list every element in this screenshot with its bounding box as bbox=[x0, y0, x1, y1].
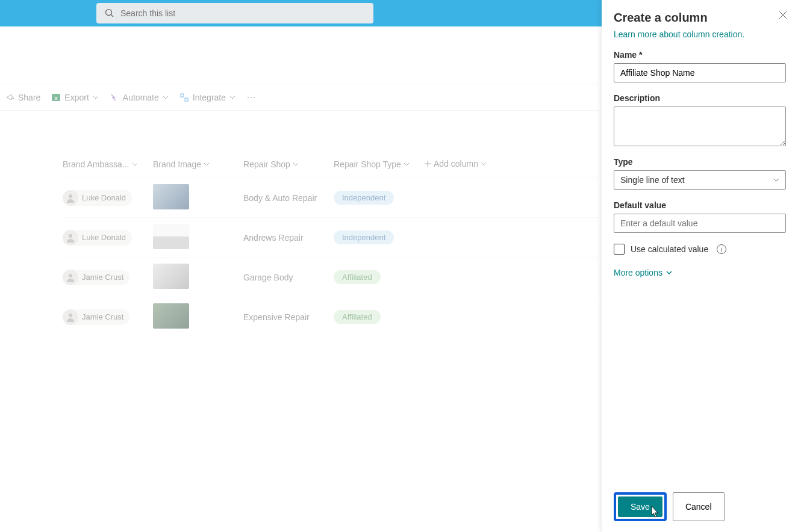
svg-point-10 bbox=[69, 234, 72, 238]
person-chip[interactable]: Luke Donald bbox=[63, 230, 132, 246]
export-button[interactable]: x Export bbox=[51, 93, 98, 102]
search-input[interactable] bbox=[120, 8, 365, 18]
col-header-image[interactable]: Brand Image bbox=[153, 159, 210, 169]
calculated-value-label: Use calculated value bbox=[631, 244, 708, 254]
repair-shop-cell: Body & Auto Repair bbox=[243, 178, 334, 218]
more-options-toggle[interactable]: More options bbox=[614, 268, 786, 277]
cancel-button[interactable]: Cancel bbox=[673, 492, 725, 521]
search-icon bbox=[105, 8, 114, 18]
automate-icon bbox=[110, 93, 119, 102]
svg-line-1 bbox=[111, 15, 114, 17]
add-column-button[interactable]: Add column bbox=[424, 159, 487, 169]
integrate-icon bbox=[179, 93, 189, 102]
description-input[interactable] bbox=[614, 107, 786, 146]
svg-point-12 bbox=[69, 314, 72, 317]
person-name: Luke Donald bbox=[82, 233, 126, 242]
col-header-shoptype[interactable]: Repair Shop Type bbox=[334, 159, 410, 169]
chevron-down-icon bbox=[773, 177, 779, 183]
share-label: Share bbox=[18, 93, 40, 102]
excel-icon: x bbox=[51, 93, 61, 102]
avatar-icon bbox=[63, 309, 78, 325]
table-row[interactable]: Jamie CrustExpensive RepairAffiliated bbox=[63, 297, 599, 337]
person-name: Jamie Crust bbox=[82, 273, 123, 282]
person-chip[interactable]: Luke Donald bbox=[63, 190, 132, 206]
description-label: Description bbox=[614, 93, 786, 103]
avatar-icon bbox=[63, 270, 78, 285]
info-icon[interactable]: i bbox=[717, 244, 726, 254]
svg-rect-4 bbox=[181, 94, 184, 97]
col-header-shop[interactable]: Repair Shop bbox=[243, 159, 299, 169]
table-row[interactable]: Luke DonaldAndrews RepairIndependent bbox=[63, 218, 599, 258]
col-header-ambassador[interactable]: Brand Ambassa... bbox=[63, 159, 138, 169]
person-chip[interactable]: Jamie Crust bbox=[63, 270, 129, 285]
table-row[interactable]: Jamie CrustGarage BodyAffiliated bbox=[63, 258, 599, 297]
main-content: Share x Export Automate Integrate Brand … bbox=[0, 26, 599, 532]
plus-icon bbox=[424, 160, 431, 167]
more-options-label: More options bbox=[614, 268, 662, 277]
col-header-label: Brand Image bbox=[153, 159, 201, 169]
integrate-button[interactable]: Integrate bbox=[179, 93, 235, 102]
svg-point-0 bbox=[106, 10, 112, 16]
ellipsis-icon bbox=[246, 93, 256, 102]
checkbox-box bbox=[614, 244, 625, 255]
brand-image-thumb[interactable] bbox=[153, 224, 189, 249]
automate-label: Automate bbox=[123, 93, 159, 102]
shop-type-pill: Independent bbox=[334, 191, 394, 205]
search-box[interactable] bbox=[96, 3, 373, 23]
shop-type-pill: Affiliated bbox=[334, 310, 381, 324]
chevron-down-icon bbox=[229, 94, 235, 101]
type-select[interactable]: Single line of text bbox=[614, 170, 786, 190]
chevron-down-icon bbox=[93, 94, 99, 101]
default-value-label: Default value bbox=[614, 200, 786, 210]
person-name: Luke Donald bbox=[82, 193, 126, 202]
cursor-icon bbox=[650, 506, 661, 519]
brand-image-thumb[interactable] bbox=[153, 264, 189, 289]
svg-point-6 bbox=[248, 97, 249, 98]
brand-image-thumb[interactable] bbox=[153, 184, 189, 209]
share-icon bbox=[5, 93, 14, 102]
automate-button[interactable]: Automate bbox=[110, 93, 169, 102]
learn-more-link[interactable]: Learn more about column creation. bbox=[614, 29, 786, 39]
type-select-value: Single line of text bbox=[620, 175, 685, 185]
brand-image-thumb[interactable] bbox=[153, 303, 189, 329]
chevron-down-icon bbox=[163, 94, 169, 101]
export-label: Export bbox=[64, 93, 89, 102]
avatar-icon bbox=[63, 230, 78, 246]
share-button[interactable]: Share bbox=[5, 93, 40, 102]
svg-point-11 bbox=[69, 274, 72, 277]
svg-point-9 bbox=[69, 194, 72, 198]
save-button[interactable]: Save bbox=[618, 496, 662, 517]
svg-point-7 bbox=[251, 97, 252, 98]
table-row[interactable]: Luke DonaldBody & Auto RepairIndependent bbox=[63, 178, 599, 218]
chevron-down-icon bbox=[666, 270, 672, 276]
shop-type-pill: Independent bbox=[334, 230, 394, 244]
save-label: Save bbox=[631, 502, 650, 512]
panel-title: Create a column bbox=[614, 11, 786, 25]
col-header-label: Repair Shop bbox=[243, 159, 290, 169]
svg-rect-5 bbox=[185, 98, 188, 101]
save-highlight: Save bbox=[614, 492, 667, 521]
default-value-input[interactable] bbox=[614, 214, 786, 233]
calculated-value-checkbox[interactable]: Use calculated value i bbox=[614, 244, 786, 255]
chevron-down-icon bbox=[293, 161, 299, 167]
shop-type-pill: Affiliated bbox=[334, 270, 381, 284]
chevron-down-icon bbox=[481, 161, 487, 167]
col-header-label: Repair Shop Type bbox=[334, 159, 401, 169]
repair-shop-cell: Expensive Repair bbox=[243, 297, 334, 337]
command-bar: Share x Export Automate Integrate bbox=[0, 84, 599, 111]
more-button[interactable] bbox=[246, 93, 256, 102]
person-name: Jamie Crust bbox=[82, 312, 123, 321]
panel-footer: Save Cancel bbox=[614, 492, 786, 521]
chevron-down-icon bbox=[132, 161, 138, 167]
person-chip[interactable]: Jamie Crust bbox=[63, 309, 129, 325]
name-input[interactable] bbox=[614, 63, 786, 82]
repair-shop-cell: Garage Body bbox=[243, 258, 334, 297]
svg-point-8 bbox=[254, 97, 255, 98]
name-label: Name * bbox=[614, 50, 786, 60]
col-header-label: Brand Ambassa... bbox=[63, 159, 129, 169]
integrate-label: Integrate bbox=[193, 93, 226, 102]
close-button[interactable] bbox=[779, 11, 787, 21]
avatar-icon bbox=[63, 190, 78, 206]
cancel-label: Cancel bbox=[685, 502, 712, 512]
add-column-label: Add column bbox=[434, 159, 478, 169]
